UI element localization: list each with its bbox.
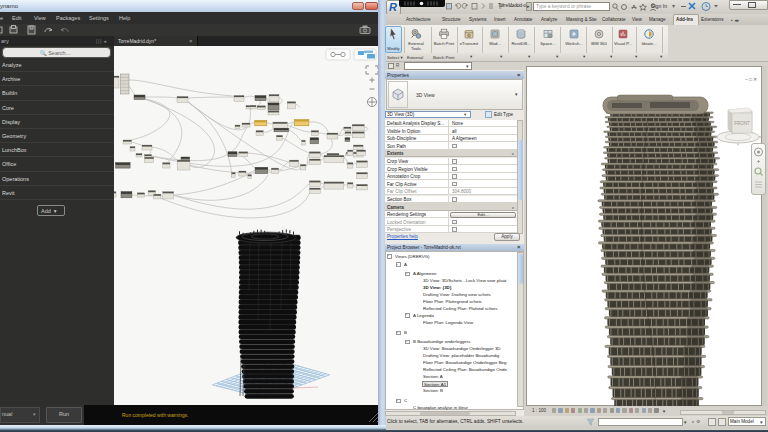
svg-text:FRONT: FRONT bbox=[734, 121, 750, 126]
